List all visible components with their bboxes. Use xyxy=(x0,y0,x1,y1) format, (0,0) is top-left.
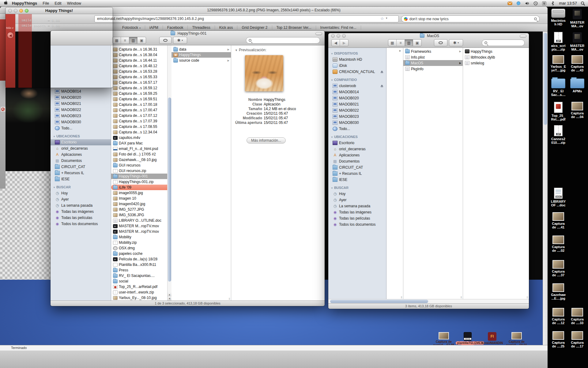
file-captura-de-s-16-59-12[interactable]: Captura de...s 16.59.12 xyxy=(111,85,171,91)
apple-menu-icon[interactable] xyxy=(4,1,8,6)
sidebar-item-maoob014[interactable]: MAOOB014 xyxy=(51,88,111,94)
coverflow-view-button[interactable]: ▣ xyxy=(413,40,421,46)
file-yarbus-ey-08-10-jpg[interactable]: Yarbus_Ey..._08-10.jpg xyxy=(111,295,171,301)
sidebar-item-hoy[interactable]: ◷Hoy xyxy=(51,190,111,196)
file-dax-para-mac[interactable]: DAX para Mac▶ xyxy=(111,140,171,146)
close-button[interactable] xyxy=(8,9,12,13)
icon-view-button[interactable]: ▦ xyxy=(113,37,121,44)
file-foto-del-d-17-05-2[interactable]: Foto del dí...) 17/05 #2 xyxy=(111,151,171,157)
history-buttons[interactable]: ◀ ▶ xyxy=(331,39,349,46)
sidebar-item-la-semana-pasada[interactable]: ◷La semana pasada xyxy=(328,203,386,209)
file-mobility-zip[interactable]: Mobility.zip xyxy=(111,240,171,245)
finder2-horizontal-scrollbar[interactable] xyxy=(328,299,529,303)
file-info-plist[interactable]: Info.plist xyxy=(403,54,463,60)
file-happythings-001[interactable]: HappyThings-001▶ xyxy=(111,174,171,179)
file-gui-recursos[interactable]: GUI recursos▶ xyxy=(111,163,171,168)
file-gazehawk-08-10-jpg[interactable]: Gazehawk..._08-10.jpg xyxy=(111,157,171,163)
file-master-m-roptv-mov[interactable]: MASTER M...ropTV.mov xyxy=(111,223,171,229)
sidebar-item-maoob022[interactable]: MAOOB022 xyxy=(51,107,111,113)
desktop-icon-aics-scri-pts-zip[interactable]: aics_scripts....zip xyxy=(549,32,568,51)
sidebar-item-todo[interactable]: Todo... xyxy=(328,126,386,132)
finder1-search-field[interactable] xyxy=(246,37,320,44)
bookmark-grid-designer-2[interactable]: Grid Designer 2 xyxy=(237,25,272,30)
minimize-button[interactable] xyxy=(19,9,23,13)
file-img-5277-jpg[interactable]: IMG_5277.JPG xyxy=(111,207,171,212)
coverflow-view-button[interactable]: ▣ xyxy=(138,37,146,44)
sidebar-item-todas-las-pel-culas[interactable]: ◉Todas las películas xyxy=(328,215,386,221)
file-smilelog[interactable]: smilelog xyxy=(463,60,529,66)
sidebar-item-maoob023[interactable]: MAOOB023 xyxy=(51,113,111,119)
sidebar-item-maoob021[interactable]: MAOOB021 xyxy=(51,101,111,107)
forward-button[interactable]: ▶ xyxy=(340,40,348,46)
sidebar-item-recursos-il[interactable]: + Recursos IL xyxy=(51,170,111,176)
desktop-icon-gazehaw-e-jpg[interactable]: Gazehaw...E....jpg xyxy=(549,283,568,300)
file-imagen-10[interactable]: Imagen 10 xyxy=(111,196,171,201)
time-machine-icon[interactable] xyxy=(533,1,538,6)
file-captura-de-s-16-55-33[interactable]: Captura de...s 16.55.33 xyxy=(111,74,171,80)
desktop-icon-captura-de-02[interactable]: Capturade ....02 xyxy=(549,236,568,252)
bluetooth-icon[interactable] xyxy=(550,1,555,6)
file-captura-de-s-16-44-11[interactable]: Captura de...s 16.44.11 xyxy=(111,58,171,63)
eject-icon[interactable] xyxy=(380,85,384,87)
file-captura-de-s-17-07-39[interactable]: Captura de...s 17.07.39 xyxy=(111,118,171,124)
file-captura-de-s-16-57-17[interactable]: Captura de...s 16.57.17 xyxy=(111,80,171,85)
sidebar-item-recursos-il[interactable]: + Recursos IL xyxy=(328,171,386,177)
sidebar-item-idisk[interactable]: iDisk xyxy=(328,63,386,69)
list-view-button[interactable]: ≡ xyxy=(121,37,129,44)
file-happythings-001-zip[interactable]: HappyThings-001.zip xyxy=(111,179,171,185)
sidebar-item-aplicaciones[interactable]: AAplicaciones xyxy=(51,151,111,158)
view-switcher[interactable]: ▦ ≡ ▥ ▣ xyxy=(388,39,422,46)
scrollbar-thumb[interactable] xyxy=(168,98,171,282)
file-gui-recursos-zip[interactable]: GUI recursos.zip xyxy=(111,168,171,174)
file-source-code[interactable]: source code▶ xyxy=(172,58,231,63)
file-captura-de-s-16-59-51[interactable]: Captura de...s 16.59.51 xyxy=(111,96,171,102)
bookmark-star-icon[interactable]: ☆ xyxy=(380,16,384,21)
input-menu-icon[interactable] xyxy=(542,1,547,6)
sidebar-item-aplicaciones[interactable]: AAplicaciones xyxy=(328,152,386,158)
quicklook-button[interactable] xyxy=(434,39,447,46)
view-switcher[interactable]: ▦ ≡ ▥ ▣ xyxy=(112,37,146,44)
desktop-icon-master-ma-ov[interactable]: MASTERMA...ov xyxy=(568,9,587,28)
active-app-menu[interactable]: HappyThings xyxy=(12,1,37,6)
eject-icon[interactable] xyxy=(380,71,384,73)
sidebar-item-documentos[interactable]: ▤Documentos xyxy=(328,158,386,164)
bookmark-kick-ass[interactable]: Kick ass xyxy=(215,25,238,30)
file-captura-de-s-16-53-28[interactable]: Captura de...s 16.53.28 xyxy=(111,69,171,74)
menu-edit[interactable]: Edit xyxy=(55,1,61,6)
file-captura-de-s-12-34-04[interactable]: Captura de...s 12.34.04 xyxy=(111,129,171,135)
sidebar-item-ayer[interactable]: ◷Ayer xyxy=(51,196,111,202)
column-view-button[interactable]: ▥ xyxy=(129,37,138,44)
sidebar-item-iese[interactable]: IESE xyxy=(328,177,386,183)
menu-file[interactable]: File xyxy=(43,1,49,6)
files-scrollbar[interactable]: ▲ ▼ xyxy=(167,45,172,301)
file-user-interf-ework-zip[interactable]: user-interf...ework.zip xyxy=(111,289,171,295)
icon-view-button[interactable]: ▦ xyxy=(388,40,397,46)
file-top-25-r-arretail-pdf[interactable]: Top_25_R...arRetail.pdf xyxy=(111,284,171,289)
file-macos[interactable]: MacOS▶ xyxy=(403,60,463,66)
bookmark-inventables-find-ne[interactable]: Inventables: Find ne... xyxy=(316,25,361,30)
volume-icon[interactable] xyxy=(525,1,530,6)
scrollbar-thumb[interactable] xyxy=(544,33,547,125)
webcam-titlebar[interactable]: Happy Things! xyxy=(6,7,113,14)
sidebar-item-hoy[interactable]: ◷Hoy xyxy=(328,191,386,197)
sidebar-item-creacion-actual[interactable]: CREACION_ACTUAL xyxy=(328,69,386,75)
file-pel-cula-de-la-s-18-28[interactable]: Película de...la(s) 18/28 xyxy=(111,256,171,262)
back-button[interactable]: ◀ xyxy=(332,40,340,46)
file-rv-el-sacapuntas[interactable]: RV_ El Sacapuntas....▶ xyxy=(111,273,171,278)
sidebar-item-maoob020[interactable]: MAOOB020 xyxy=(51,94,111,101)
sidebar-item-circuit-cat[interactable]: CIRCUIT_CAT xyxy=(328,164,386,171)
sidebar-item-la-semana-pasada[interactable]: ◷La semana pasada xyxy=(51,202,111,209)
sidebar-item-circuit-cat[interactable]: CIRCUIT_CAT xyxy=(51,164,111,170)
desktop-icon-captura-de-12[interactable]: Capturade ....12 xyxy=(549,308,568,325)
desktop-icon-captura-de-43[interactable]: Capturade ....43 xyxy=(568,55,587,72)
column-view-button[interactable]: ▥ xyxy=(405,40,413,46)
sidebar-item-ayer[interactable]: ◷Ayer xyxy=(328,197,386,203)
desktop-icon-macintos-h-hd[interactable]: Macintosh HD xyxy=(549,9,568,26)
file-happythings[interactable]: HappyThings xyxy=(463,48,529,54)
desktop-icon-library-of-doc[interactable]: LIBRARYOF ...doc xyxy=(549,188,568,207)
file-captura-de-s-16-48-12[interactable]: Captura de...s 16.48.12 xyxy=(111,63,171,69)
search-icon[interactable] xyxy=(534,17,537,20)
ichat-icon[interactable] xyxy=(516,1,521,6)
zoom-button[interactable] xyxy=(342,34,346,38)
desktop-icon-captura-de-41[interactable]: Capturade ....41 xyxy=(549,212,568,229)
